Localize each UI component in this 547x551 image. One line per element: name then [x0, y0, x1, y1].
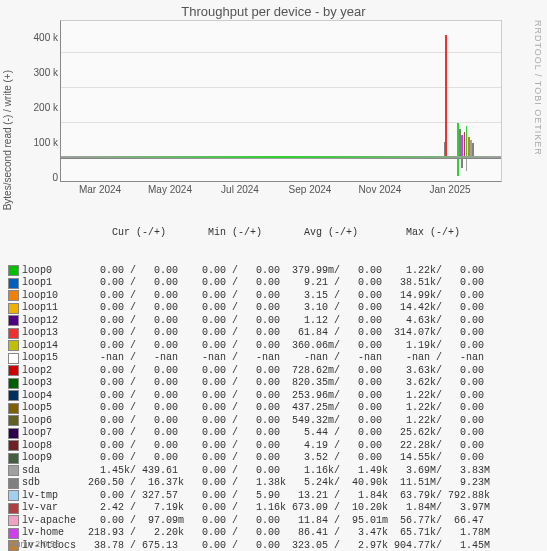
legend-text: loop10 0.00 / 0.00 0.00 / 0.00 3.15 / 0.…	[22, 290, 484, 303]
legend-text: loop2 0.00 / 0.00 0.00 / 0.00 728.62m/ 0…	[22, 365, 484, 378]
legend-row-lv-home: lv-home 218.93 / 2.20k 0.00 / 0.00 86.41…	[8, 527, 490, 540]
legend-row-sdb: sdb 260.50 / 16.37k 0.00 / 1.38k 5.24k/ …	[8, 477, 490, 490]
legend-text: loop6 0.00 / 0.00 0.00 / 0.00 549.32m/ 0…	[22, 415, 484, 428]
legend-swatch	[8, 515, 19, 526]
legend-header: Cur (-/+) Min (-/+) Avg (-/+) Max (-/+)	[22, 227, 490, 240]
x-tick: Jan 2025	[429, 184, 470, 195]
legend-swatch	[8, 290, 19, 301]
legend-text: loop14 0.00 / 0.00 0.00 / 0.00 360.06m/ …	[22, 340, 484, 353]
x-tick: Sep 2024	[289, 184, 332, 195]
legend-text: lv-tmp 0.00 / 327.57 0.00 / 5.90 13.21 /…	[22, 490, 490, 503]
legend-row-loop1: loop1 0.00 / 0.00 0.00 / 0.00 9.21 / 0.0…	[8, 277, 490, 290]
y-tick: 0	[20, 172, 58, 183]
legend-text: loop11 0.00 / 0.00 0.00 / 0.00 3.10 / 0.…	[22, 302, 484, 315]
legend-swatch	[8, 390, 19, 401]
legend-swatch	[8, 528, 19, 539]
legend-text: lv-htdocs 38.78 / 675.13 0.00 / 0.00 323…	[22, 540, 490, 552]
legend-swatch	[8, 365, 19, 376]
munin-graph-container: Throughput per device - by year RRDTOOL …	[0, 0, 547, 551]
legend-text: loop1 0.00 / 0.00 0.00 / 0.00 9.21 / 0.0…	[22, 277, 484, 290]
legend-row-loop2: loop2 0.00 / 0.00 0.00 / 0.00 728.62m/ 0…	[8, 365, 490, 378]
legend-row-loop0: loop0 0.00 / 0.00 0.00 / 0.00 379.99m/ 0…	[8, 265, 490, 278]
legend-text: loop15 -nan / -nan -nan / -nan -nan / -n…	[22, 352, 484, 365]
legend-swatch	[8, 478, 19, 489]
legend-text: loop12 0.00 / 0.00 0.00 / 0.00 1.12 / 0.…	[22, 315, 484, 328]
x-tick: Nov 2024	[359, 184, 402, 195]
legend-text: loop3 0.00 / 0.00 0.00 / 0.00 820.35m/ 0…	[22, 377, 484, 390]
y-tick: 200 k	[20, 102, 58, 113]
legend-swatch	[8, 503, 19, 514]
x-tick: May 2024	[148, 184, 192, 195]
legend-swatch	[8, 415, 19, 426]
legend-row-loop7: loop7 0.00 / 0.00 0.00 / 0.00 5.44 / 0.0…	[8, 427, 490, 440]
legend-row-loop10: loop10 0.00 / 0.00 0.00 / 0.00 3.15 / 0.…	[8, 290, 490, 303]
legend-swatch	[8, 315, 19, 326]
legend-swatch	[8, 353, 19, 364]
legend-row-sda: sda 1.45k/ 439.61 0.00 / 0.00 1.16k/ 1.4…	[8, 465, 490, 478]
legend-row-loop12: loop12 0.00 / 0.00 0.00 / 0.00 1.12 / 0.…	[8, 315, 490, 328]
data-spike	[445, 35, 447, 158]
legend-swatch	[8, 303, 19, 314]
legend-text: lv-var 2.42 / 7.19k 0.00 / 1.16k 673.09 …	[22, 502, 490, 515]
legend-row-loop14: loop14 0.00 / 0.00 0.00 / 0.00 360.06m/ …	[8, 340, 490, 353]
legend-text: loop7 0.00 / 0.00 0.00 / 0.00 5.44 / 0.0…	[22, 427, 484, 440]
legend-row-loop5: loop5 0.00 / 0.00 0.00 / 0.00 437.25m/ 0…	[8, 402, 490, 415]
legend-row-loop3: loop3 0.00 / 0.00 0.00 / 0.00 820.35m/ 0…	[8, 377, 490, 390]
legend-swatch	[8, 490, 19, 501]
legend-swatch	[8, 378, 19, 389]
legend-text: lv-home 218.93 / 2.20k 0.00 / 0.00 86.41…	[22, 527, 490, 540]
legend-row-loop13: loop13 0.00 / 0.00 0.00 / 0.00 61.84 / 0…	[8, 327, 490, 340]
legend-row-lv-tmp: lv-tmp 0.00 / 327.57 0.00 / 5.90 13.21 /…	[8, 490, 490, 503]
legend-text: loop13 0.00 / 0.00 0.00 / 0.00 61.84 / 0…	[22, 327, 484, 340]
legend-text: loop0 0.00 / 0.00 0.00 / 0.00 379.99m/ 0…	[22, 265, 484, 278]
legend-swatch	[8, 465, 19, 476]
legend-text: loop8 0.00 / 0.00 0.00 / 0.00 4.19 / 0.0…	[22, 440, 484, 453]
legend-text: sda 1.45k/ 439.61 0.00 / 0.00 1.16k/ 1.4…	[22, 465, 490, 478]
legend-swatch	[8, 403, 19, 414]
legend-row-lv-var: lv-var 2.42 / 7.19k 0.00 / 1.16k 673.09 …	[8, 502, 490, 515]
chart-title: Throughput per device - by year	[0, 0, 547, 19]
x-tick: Mar 2024	[79, 184, 121, 195]
legend-text: lv-apache 0.00 / 97.09m 0.00 / 0.00 11.8…	[22, 515, 484, 528]
y-tick: 300 k	[20, 67, 58, 78]
munin-version: Munin 2.0.56	[8, 539, 60, 549]
rrdtool-watermark: RRDTOOL / TOBI OETIKER	[533, 20, 543, 156]
y-tick: 100 k	[20, 137, 58, 148]
x-tick: Jul 2024	[221, 184, 259, 195]
legend-swatch	[8, 428, 19, 439]
legend-row-loop8: loop8 0.00 / 0.00 0.00 / 0.00 4.19 / 0.0…	[8, 440, 490, 453]
legend-row-lv-htdocs: lv-htdocs 38.78 / 675.13 0.00 / 0.00 323…	[8, 540, 490, 552]
legend-swatch	[8, 453, 19, 464]
legend-swatch	[8, 340, 19, 351]
legend-table: Cur (-/+) Min (-/+) Avg (-/+) Max (-/+) …	[8, 202, 490, 551]
legend-row-lv-apache: lv-apache 0.00 / 97.09m 0.00 / 0.00 11.8…	[8, 515, 490, 528]
legend-text: sdb 260.50 / 16.37k 0.00 / 1.38k 5.24k/ …	[22, 477, 490, 490]
legend-swatch	[8, 278, 19, 289]
legend-swatch	[8, 328, 19, 339]
y-axis-label: Bytes/second read (-) / write (+)	[2, 70, 13, 210]
legend-row-loop4: loop4 0.00 / 0.00 0.00 / 0.00 253.96m/ 0…	[8, 390, 490, 403]
y-tick: 400 k	[20, 32, 58, 43]
legend-swatch	[8, 265, 19, 276]
legend-text: loop9 0.00 / 0.00 0.00 / 0.00 3.52 / 0.0…	[22, 452, 484, 465]
legend-swatch	[8, 440, 19, 451]
legend-text: loop4 0.00 / 0.00 0.00 / 0.00 253.96m/ 0…	[22, 390, 484, 403]
legend-row-loop15: loop15 -nan / -nan -nan / -nan -nan / -n…	[8, 352, 490, 365]
legend-text: loop5 0.00 / 0.00 0.00 / 0.00 437.25m/ 0…	[22, 402, 484, 415]
legend-row-loop11: loop11 0.00 / 0.00 0.00 / 0.00 3.10 / 0.…	[8, 302, 490, 315]
legend-row-loop9: loop9 0.00 / 0.00 0.00 / 0.00 3.52 / 0.0…	[8, 452, 490, 465]
plot-area	[60, 20, 502, 182]
legend-row-loop6: loop6 0.00 / 0.00 0.00 / 0.00 549.32m/ 0…	[8, 415, 490, 428]
